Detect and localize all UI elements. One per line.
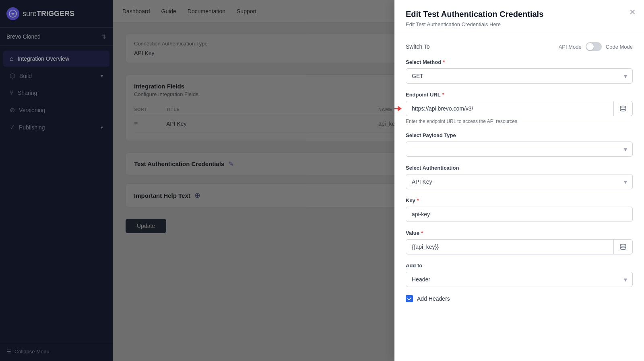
auth-select-wrapper: API Key Bearer Token Basic Auth [406,174,633,189]
close-button[interactable]: ✕ [629,8,636,16]
api-mode-label: API Mode [559,44,582,50]
value-group: Value * [406,230,633,254]
endpoint-input-group [406,101,633,116]
endpoint-hint: Enter the endpoint URL to access the API… [406,119,633,124]
add-headers-checkbox[interactable] [406,295,413,302]
endpoint-group: Endpoint URL * [406,92,633,124]
add-to-label: Add to [406,263,633,269]
required-marker: * [417,197,419,203]
add-headers-label: Add Headers [417,295,450,302]
arrow-line [394,108,398,109]
payload-select[interactable] [406,142,633,157]
drawer-subtitle: Edit Test Authentication Credentials Her… [406,21,633,27]
required-marker: * [442,92,444,98]
drawer-body: Switch To API Mode Code Mode Select Meth… [394,34,644,310]
endpoint-input[interactable] [406,101,614,116]
endpoint-input-row [406,101,633,116]
add-to-select-wrapper: Header Body Query [406,272,633,287]
method-label: Select Method * [406,59,633,65]
database-icon [619,243,627,250]
auth-select[interactable]: API Key Bearer Token Basic Auth [406,174,633,189]
switch-to-row: Switch To API Mode Code Mode [406,42,633,51]
method-group: Select Method * GET POST PUT DELETE PATC… [406,59,633,84]
payload-select-wrapper [406,142,633,157]
add-headers-row: Add Headers [406,295,633,302]
auth-group: Select Authentication API Key Bearer Tok… [406,165,633,189]
required-marker: * [443,59,445,65]
key-label: Key * [406,197,633,203]
required-marker: * [421,230,423,236]
key-group: Key * [406,197,633,222]
value-db-button[interactable] [614,239,633,254]
add-to-select[interactable]: Header Body Query [406,272,633,287]
payload-label: Select Payload Type [406,132,633,138]
edit-credentials-drawer: Edit Test Authentication Credentials Edi… [394,0,644,361]
code-mode-label: Code Mode [606,44,633,50]
arrow-annotation [394,106,402,111]
method-select-wrapper: GET POST PUT DELETE PATCH [406,68,633,84]
value-input-group [406,239,633,254]
drawer-title: Edit Test Authentication Credentials [406,10,633,19]
switch-to-label: Switch To [406,43,430,50]
method-select[interactable]: GET POST PUT DELETE PATCH [406,68,633,84]
key-input[interactable] [406,207,633,222]
payload-group: Select Payload Type [406,132,633,157]
database-icon [619,105,627,112]
add-to-group: Add to Header Body Query [406,263,633,287]
endpoint-db-button[interactable] [614,101,633,116]
value-label: Value * [406,230,633,236]
switch-controls: API Mode Code Mode [559,42,633,51]
auth-label: Select Authentication [406,165,633,171]
checkmark-icon [407,296,412,301]
value-input[interactable] [406,239,614,254]
mode-toggle[interactable] [586,42,602,51]
endpoint-label: Endpoint URL * [406,92,633,98]
drawer-header: Edit Test Authentication Credentials Edi… [394,0,644,34]
arrow-head-icon [398,106,402,111]
svg-point-2 [620,244,626,246]
svg-point-1 [620,106,626,108]
